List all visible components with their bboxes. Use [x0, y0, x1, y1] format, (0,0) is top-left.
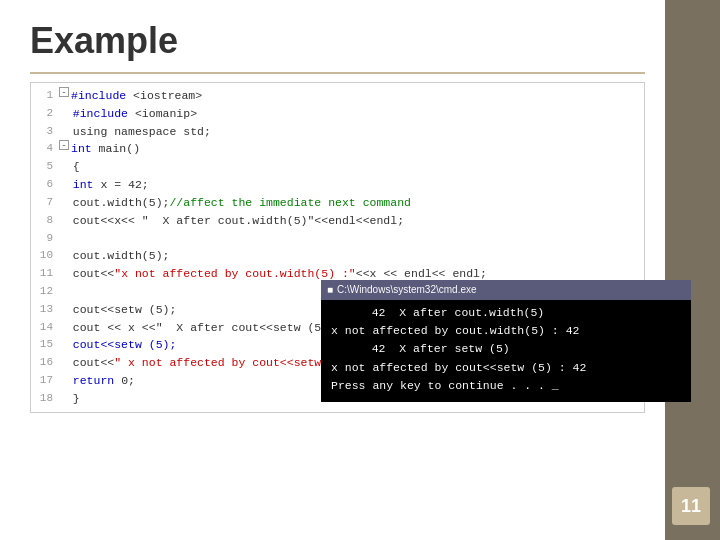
- line-num-6: 6: [31, 176, 59, 193]
- page-title: Example: [30, 20, 645, 62]
- code-line-7: 7 cout.width(5);//affect the immediate n…: [31, 194, 644, 212]
- collapse-1[interactable]: -: [59, 87, 69, 97]
- line-num-18: 18: [31, 390, 59, 407]
- line-num-11: 11: [31, 265, 59, 282]
- line-num-7: 7: [31, 194, 59, 211]
- line-num-5: 5: [31, 158, 59, 175]
- code-block: 1 - #include <iostream> 2 #include <ioma…: [30, 82, 645, 413]
- title-divider: [30, 72, 645, 74]
- line-num-13: 13: [31, 301, 59, 318]
- sidebar-accent: [665, 0, 720, 540]
- code-line-5: 5 {: [31, 158, 644, 176]
- line-content-4: int main(): [71, 140, 644, 158]
- collapse-4[interactable]: -: [59, 140, 69, 150]
- main-content: Example 1 - #include <iostream> 2 #inclu…: [0, 0, 665, 540]
- terminal-line-4: x not affected by cout<<setw (5) : 42: [331, 359, 681, 377]
- line-num-8: 8: [31, 212, 59, 229]
- terminal-line-3: 42 X after setw (5): [331, 340, 681, 358]
- line-num-14: 14: [31, 319, 59, 336]
- code-line-4: 4 - int main(): [31, 140, 644, 158]
- line-num-3: 3: [31, 123, 59, 140]
- code-line-9: 9: [31, 230, 644, 248]
- code-line-6: 6 int x = 42;: [31, 176, 644, 194]
- slide-number: 11: [672, 487, 710, 525]
- line-num-2: 2: [31, 105, 59, 122]
- line-num-17: 17: [31, 372, 59, 389]
- line-content-7: cout.width(5);//affect the immediate nex…: [59, 194, 644, 212]
- line-num-12: 12: [31, 283, 59, 300]
- line-num-9: 9: [31, 230, 59, 247]
- terminal-icon: ■: [327, 282, 333, 298]
- line-num-10: 10: [31, 247, 59, 264]
- code-line-1: 1 - #include <iostream>: [31, 87, 644, 105]
- line-content-3: using namespace std;: [59, 123, 644, 141]
- line-num-16: 16: [31, 354, 59, 371]
- code-line-8: 8 cout<<x<< " X after cout.width(5)"<<en…: [31, 212, 644, 230]
- line-num-15: 15: [31, 336, 59, 353]
- terminal-body: 42 X after cout.width(5) x not affected …: [321, 300, 691, 402]
- line-content-5: {: [59, 158, 644, 176]
- terminal-line-5: Press any key to continue . . . _: [331, 377, 681, 395]
- line-content-6: int x = 42;: [59, 176, 644, 194]
- terminal-title-bar: ■ C:\Windows\system32\cmd.exe: [321, 280, 691, 300]
- line-content-8: cout<<x<< " X after cout.width(5)"<<endl…: [59, 212, 644, 230]
- code-line-2: 2 #include <iomanip>: [31, 105, 644, 123]
- code-line-3: 3 using namespace std;: [31, 123, 644, 141]
- line-content-1: #include <iostream>: [71, 87, 644, 105]
- terminal-window: ■ C:\Windows\system32\cmd.exe 42 X after…: [321, 280, 691, 402]
- line-content-9: [59, 230, 644, 248]
- terminal-line-1: 42 X after cout.width(5): [331, 304, 681, 322]
- line-content-10: cout.width(5);: [59, 247, 644, 265]
- code-line-10: 10 cout.width(5);: [31, 247, 644, 265]
- line-num-4: 4: [31, 140, 59, 157]
- terminal-title-text: C:\Windows\system32\cmd.exe: [337, 282, 477, 298]
- line-num-1: 1: [31, 87, 59, 104]
- terminal-line-2: x not affected by cout.width(5) : 42: [331, 322, 681, 340]
- line-content-2: #include <iomanip>: [59, 105, 644, 123]
